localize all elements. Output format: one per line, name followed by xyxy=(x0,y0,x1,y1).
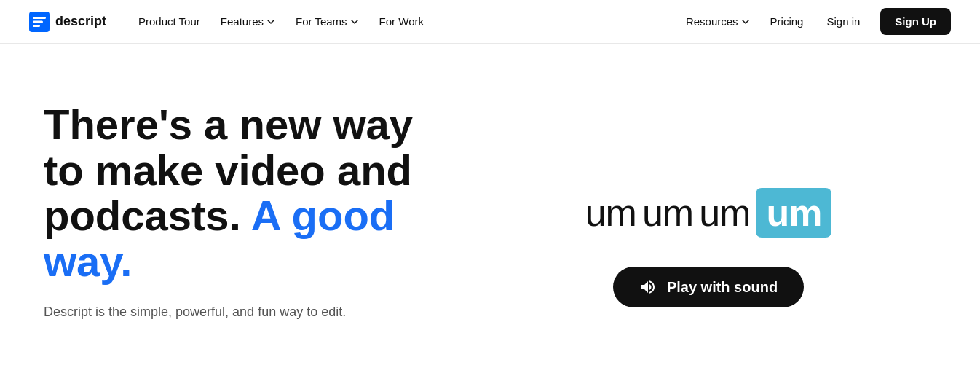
brand-logo[interactable]: descript xyxy=(29,12,106,32)
play-with-sound-button[interactable]: Play with sound xyxy=(613,267,804,307)
nav-item-product-tour[interactable]: Product Tour xyxy=(130,9,209,34)
um-word-2: um xyxy=(642,191,693,235)
brand-name: descript xyxy=(55,14,106,29)
svg-rect-3 xyxy=(33,25,40,27)
sign-up-button[interactable]: Sign Up xyxy=(880,8,951,35)
hero-title-highlight: A goodway. xyxy=(44,192,395,285)
hero-left: There's a new wayto make video andpodcas… xyxy=(44,102,451,322)
sound-icon xyxy=(639,278,657,296)
chevron-down-icon xyxy=(350,17,359,26)
hero-subtitle: Descript is the simple, powerful, and fu… xyxy=(44,302,379,322)
um-word-3: um xyxy=(699,191,750,235)
nav-left-items: Product Tour Features For Teams For Work xyxy=(130,9,677,34)
svg-rect-2 xyxy=(33,20,43,23)
um-word-1: um xyxy=(585,191,636,235)
nav-item-for-work[interactable]: For Work xyxy=(371,9,432,34)
um-display: um um um um xyxy=(585,188,832,238)
descript-logo-icon xyxy=(29,12,50,32)
hero-section: There's a new wayto make video andpodcas… xyxy=(0,44,980,365)
nav-item-pricing[interactable]: Pricing xyxy=(762,9,813,34)
chevron-down-icon xyxy=(266,17,275,26)
play-with-sound-label: Play with sound xyxy=(667,279,778,296)
hero-right: um um um um Play with sound xyxy=(481,102,936,350)
nav-item-features[interactable]: Features xyxy=(212,9,284,34)
svg-rect-1 xyxy=(33,17,46,19)
navbar: descript Product Tour Features For Teams… xyxy=(0,0,980,44)
hero-title-line1: There's a new wayto make video andpodcas… xyxy=(44,101,413,285)
nav-item-resources[interactable]: Resources xyxy=(677,9,759,34)
um-word-highlighted: um xyxy=(756,188,831,238)
chevron-down-icon xyxy=(741,17,750,26)
nav-item-for-teams[interactable]: For Teams xyxy=(287,9,368,34)
nav-right-items: Resources Pricing Sign in Sign Up xyxy=(677,8,951,35)
sign-in-button[interactable]: Sign in xyxy=(815,9,872,34)
hero-title: There's a new wayto make video andpodcas… xyxy=(44,102,451,285)
